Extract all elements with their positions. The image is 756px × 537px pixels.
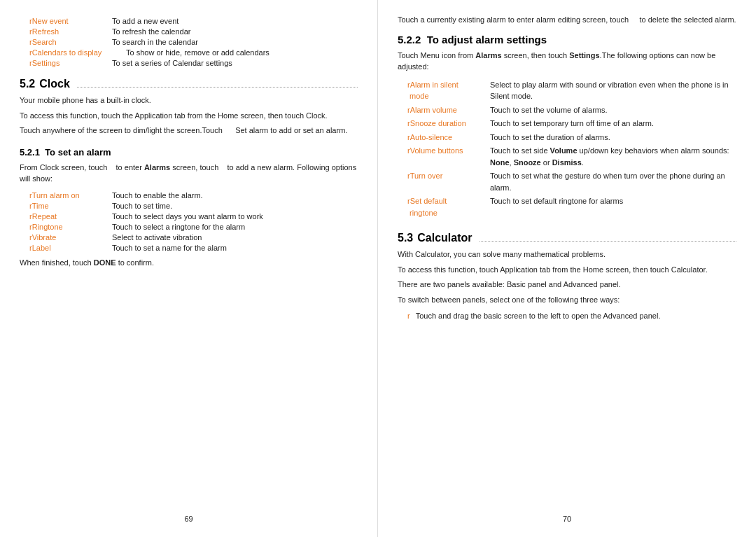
section-52-num: 5.2	[20, 78, 35, 90]
top-items-list: rNew event To add a new event rRefresh T…	[29, 17, 358, 69]
r-prefix: r	[407, 312, 410, 320]
item-key: rVolume buttons	[407, 145, 484, 157]
item-key: rSearch	[29, 38, 106, 46]
list-item: rCalendars to display To show or hide, r…	[29, 48, 358, 57]
section-53-num: 5.3	[398, 232, 413, 244]
item-val: Touch and drag the basic screen to the l…	[416, 312, 736, 320]
calculator-list: r Touch and drag the basic screen to the…	[407, 312, 736, 322]
left-page: rNew event To add a new event rRefresh T…	[0, 0, 378, 537]
section-52-intro1: Your mobile phone has a built-in clock.	[20, 95, 358, 106]
item-val: Touch to set default ringtone for alarms	[490, 195, 736, 207]
item-val: Touch to enable the alarm.	[112, 191, 358, 200]
section-521-num: 5.2.1	[20, 147, 45, 158]
page-number-right: 70	[398, 508, 736, 523]
item-val: To show or hide, remove or add calendars	[126, 48, 358, 57]
list-item: rTime Touch to set time.	[29, 202, 358, 210]
section-522-title: To adjust alarm settings	[427, 34, 547, 46]
page-number-left: 69	[20, 508, 358, 523]
item-key: rSettings	[29, 59, 106, 67]
item-key: rAlarm in silent mode	[407, 79, 484, 102]
item-val: Select to activate vibration	[112, 233, 358, 242]
list-item: rRepeat Touch to select days you want al…	[29, 212, 358, 221]
item-val: Touch to set what the gesture do when tu…	[490, 170, 736, 193]
section-53-p1: With Calculator, you can solve many math…	[398, 249, 736, 260]
section-522-num: 5.2.2	[398, 34, 427, 46]
section-53-title: Calculator	[417, 232, 472, 244]
item-key: rLabel	[29, 244, 106, 252]
list-item: rAlarm in silent mode Select to play ala…	[407, 79, 736, 102]
item-val: Touch to set side Volume up/down key beh…	[490, 145, 736, 168]
right-top-intro: Touch a currently existing alarm to ente…	[398, 14, 736, 26]
section-52-intro2: To access this function, touch the Appli…	[20, 110, 358, 122]
item-val: Touch to select days you want alarm to w…	[112, 212, 358, 221]
alarm-options-list: rTurn alarm on Touch to enable the alarm…	[29, 191, 358, 254]
item-val: To refresh the calendar	[112, 27, 358, 36]
item-key: rTurn over	[407, 170, 484, 182]
item-val: Touch to set the duration of alarms.	[490, 132, 736, 144]
list-item: rSet default ringtone Touch to set defau…	[407, 195, 736, 218]
item-key: rAuto-silence	[407, 132, 484, 144]
list-item: rRingtone Touch to select a ringtone for…	[29, 223, 358, 231]
item-val: Touch to set a name for the alarm	[112, 244, 358, 252]
list-item: rSettings To set a series of Calendar se…	[29, 59, 358, 67]
list-item: rSnooze duration Touch to set temporary …	[407, 118, 736, 130]
section-521-outro: When finished, touch DONE to confirm.	[20, 257, 358, 269]
item-val: Select to play alarm with sound or vibra…	[490, 79, 736, 102]
item-key: rNew event	[29, 17, 106, 25]
section-53-p4: To switch between panels, select one of …	[398, 294, 736, 306]
item-key: rTime	[29, 202, 106, 210]
section-53-heading: 5.3 Calculator	[398, 232, 736, 244]
section-53-dots	[479, 241, 737, 242]
list-item: rRefresh To refresh the calendar	[29, 27, 358, 36]
section-52-title: Clock	[39, 78, 70, 90]
list-item: rLabel Touch to set a name for the alarm	[29, 244, 358, 252]
section-52-dots	[77, 87, 358, 88]
list-item: rAuto-silence Touch to set the duration …	[407, 132, 736, 144]
list-item: rTurn over Touch to set what the gesture…	[407, 170, 736, 193]
item-val: To set a series of Calendar settings	[112, 59, 358, 67]
right-page: Touch a currently existing alarm to ente…	[378, 0, 756, 537]
list-item: rNew event To add a new event	[29, 17, 358, 25]
section-53-p3: There are two panels available: Basic pa…	[398, 279, 736, 291]
item-val: To add a new event	[112, 17, 358, 25]
section-53-p2: To access this function, touch Applicati…	[398, 264, 736, 276]
section-521-intro: From Clock screen, touch to enter Alarms…	[20, 162, 358, 185]
item-key: rCalendars to display	[29, 48, 120, 57]
item-val: To search in the calendar	[112, 38, 358, 46]
section-52-intro3: Touch anywhere of the screen to dim/ligh…	[20, 125, 358, 137]
item-key: rVibrate	[29, 233, 106, 242]
alarm-settings-list: rAlarm in silent mode Select to play ala…	[407, 79, 736, 221]
item-val: Touch to set the volume of alarms.	[490, 104, 736, 116]
item-val: Touch to select a ringtone for the alarm	[112, 223, 358, 231]
list-item: r Touch and drag the basic screen to the…	[407, 312, 736, 320]
section-522-intro: Touch Menu icon from Alarms screen, then…	[398, 50, 736, 73]
item-key: rRingtone	[29, 223, 106, 231]
section-521-title: To set an alarm	[45, 147, 111, 158]
list-item: rAlarm volume Touch to set the volume of…	[407, 104, 736, 116]
section-52-heading: 5.2 Clock	[20, 78, 358, 90]
section-521-heading: 5.2.1 To set an alarm	[20, 147, 358, 158]
list-item: rVibrate Select to activate vibration	[29, 233, 358, 242]
item-key: rSet default ringtone	[407, 195, 484, 218]
list-item: rTurn alarm on Touch to enable the alarm…	[29, 191, 358, 200]
item-val: Touch to set temporary turn off time of …	[490, 118, 736, 130]
list-item: rVolume buttons Touch to set side Volume…	[407, 145, 736, 168]
list-item: rSearch To search in the calendar	[29, 38, 358, 46]
item-key: rRefresh	[29, 27, 106, 36]
item-key: rRepeat	[29, 212, 106, 221]
item-key: rTurn alarm on	[29, 191, 106, 200]
item-key: rSnooze duration	[407, 118, 484, 130]
section-522-heading: 5.2.2 To adjust alarm settings	[398, 34, 736, 46]
item-val: Touch to set time.	[112, 202, 358, 210]
item-key: rAlarm volume	[407, 104, 484, 116]
